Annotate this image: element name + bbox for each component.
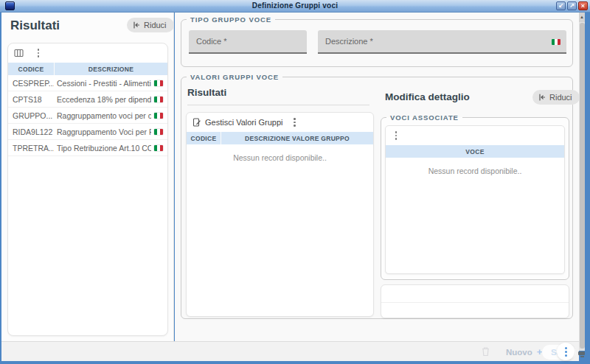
footer-menu-kebab-icon [561,347,570,357]
modifica-dettaglio-title: Modifica dettaglio [385,91,470,102]
footer-menu-button[interactable] [557,343,575,360]
results-table-header: CODICE DESCRIZIONE [8,63,167,75]
scroll-up-icon: ▲ [580,15,584,19]
window-controls: ↙ ↗ × [556,1,588,10]
table-row[interactable]: CESPREP... Cessioni - Prestiti - Aliment… [8,75,167,91]
voci-associate-legend: VOCI ASSOCIATE [386,113,462,122]
collapse-results-button[interactable]: Riduci [127,18,174,32]
column-header-descrizione[interactable]: DESCRIZIONE [55,66,167,73]
column-header-codice[interactable]: CODICE [187,135,221,142]
voci-associate-menu-icon[interactable] [392,131,400,140]
gestisci-valori-gruppi-label: Gestisci Valori Gruppi [205,118,283,127]
voci-associate-header: VOCE [386,145,564,158]
detail-panel: TIPO GRUPPO VOCE VALORI GRUPPI VOCE Risu… [175,13,579,341]
columns-icon[interactable] [14,49,24,57]
section-divider [187,105,369,105]
italy-flag-icon [552,39,560,45]
close-icon: × [581,3,585,10]
restore-window-button[interactable]: ↙ [556,1,566,10]
collapse-results-label: Riduci [144,21,167,29]
row-descrizione: Cessioni - Prestiti - Alimenti - Pigno..… [54,79,151,88]
results-panel: Risultati Riduci CODICE DESCRIZIONE [1,13,174,341]
table-row[interactable]: GRUPPO... Raggruppamento voci per contab… [8,108,167,124]
row-codice: CESPREP... [8,79,54,88]
results-table-menu-icon[interactable] [34,49,43,57]
scrollbar-thumb[interactable] [580,23,585,349]
italy-flag-icon [154,80,163,86]
table-row[interactable]: CPTS18 Eccedenza 18% per dipendenti iscr… [8,91,167,108]
row-codice: CPTS18 [8,95,54,104]
titlebar: Definizione Gruppi voci ↙ ↗ × [0,0,590,13]
collapse-detail-label: Riduci [549,93,572,102]
row-descrizione: Eccedenza 18% per dipendenti iscri... [54,95,151,104]
valori-table-menu-icon[interactable] [291,118,299,127]
results-panel-title: Risultati [10,18,60,33]
restore-icon: ↙ [558,3,563,9]
column-header-codice[interactable]: CODICE [8,66,54,73]
valori-table-toolbar: Gestisci Valori Gruppi [187,113,373,132]
table-row[interactable]: TPRETRA... Tipo Retribuzione Art.10 CCNL… [8,140,167,156]
table-row[interactable]: RIDA9L122 Raggruppamento Voci per Riduzi… [8,124,167,140]
collapse-left-icon [538,94,546,101]
close-window-button[interactable]: × [578,1,588,10]
delete-icon[interactable] [481,346,490,357]
maximize-icon: ↗ [569,3,575,9]
descrizione-field-wrap [318,30,566,54]
nuovo-button[interactable]: Nuovo + [506,346,542,357]
gestisci-valori-gruppi-button[interactable]: Gestisci Valori Gruppi [192,118,283,127]
valori-table-header: CODICE DESCRIZIONE VALORE GRUPPO [187,132,373,144]
valori-gruppi-voce-fieldset: VALORI GRUPPI VOCE Risultati Gestisci Va… [181,73,573,319]
row-codice: GRUPPO... [8,111,54,120]
edit-document-icon [192,118,201,127]
valori-empty-message: Nessun record disponibile.. [187,144,373,162]
italy-flag-icon [154,113,163,119]
window-title: Definizione Gruppi voci [0,0,590,13]
valori-table-card: Gestisci Valori Gruppi CODICE DESCRIZION… [186,112,374,317]
row-codice: RIDA9L122 [8,127,54,136]
valori-risultati-title: Risultati [187,87,226,98]
tipo-gruppo-voce-fieldset: TIPO GRUPPO VOCE [181,15,573,67]
column-header-voce[interactable]: VOCE [386,148,564,155]
app-window: Definizione Gruppi voci ↙ ↗ × Risultati … [0,0,590,364]
descrizione-field[interactable] [318,30,566,54]
nuovo-label: Nuovo [506,348,532,357]
voci-associate-empty-message: Nessun record disponibile.. [386,158,564,175]
detail-footer-card [381,284,569,318]
collapse-left-icon [133,21,140,29]
action-bar: Nuovo + Salva [1,341,579,361]
maximize-window-button[interactable]: ↗ [567,1,577,10]
collapse-detail-button[interactable]: Riduci [532,90,580,105]
valori-gruppi-voce-legend: VALORI GRUPPI VOCE [187,73,282,81]
results-table-toolbar [8,43,167,63]
italy-flag-icon [154,97,163,102]
italy-flag-icon [154,129,163,135]
row-descrizione: Tipo Retribuzione Art.10 CCNL04-05 [54,144,151,153]
row-descrizione: Raggruppamento voci per contabilità [54,111,151,120]
detail-footer-row [381,285,569,303]
results-table-card: CODICE DESCRIZIONE CESPREP... Cessioni -… [7,43,168,336]
tipo-gruppo-voce-legend: TIPO GRUPPO VOCE [187,15,275,24]
voci-associate-toolbar [386,126,564,145]
codice-field[interactable] [189,30,307,54]
italy-flag-icon [154,145,163,151]
column-header-descrizione-valore-gruppo[interactable]: DESCRIZIONE VALORE GRUPPO [221,135,373,142]
voci-associate-fieldset: VOCI ASSOCIATE VOCE Nessun record dispon… [381,113,569,280]
codice-field-wrap [189,30,307,54]
scroll-up-button[interactable]: ▲ [579,13,585,22]
row-codice: TPRETRA... [8,144,54,153]
resize-grip-icon[interactable] [578,351,586,357]
voci-associate-card: VOCE Nessun record disponibile.. [385,125,565,274]
row-descrizione: Raggruppamento Voci per Riduzion... [54,127,151,136]
vertical-scrollbar[interactable]: ▲ [579,13,585,351]
